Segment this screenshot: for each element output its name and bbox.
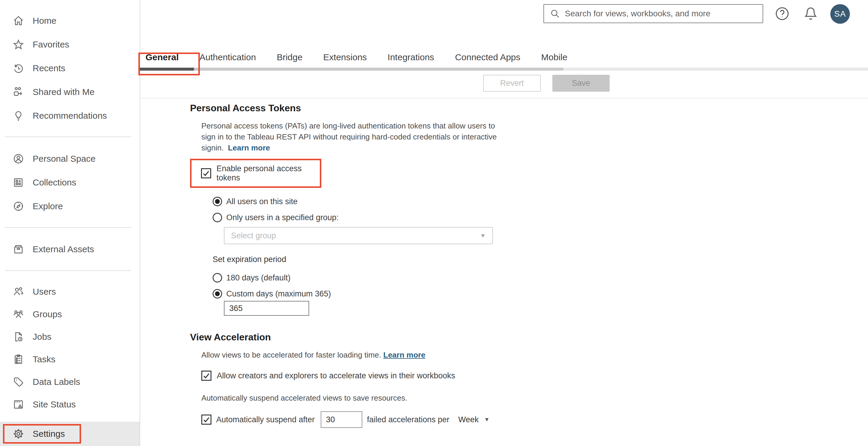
sidebar-item-jobs[interactable]: Jobs — [0, 325, 140, 348]
sidebar-item-label: Jobs — [33, 332, 51, 342]
sidebar-item-settings[interactable]: Settings — [0, 422, 140, 446]
sidebar-item-data-labels[interactable]: Data Labels — [0, 371, 140, 393]
scope-group-label: Only users in a specified group: — [226, 213, 339, 222]
section-title-admin-insights: Admin Insights Update Frequency — [190, 445, 606, 446]
settings-content: Personal Access Tokens Personal access t… — [190, 98, 606, 446]
users-icon — [12, 286, 24, 298]
tableau-settings-page: Home Favorites Recents Shared with Me — [0, 0, 868, 446]
site-status-icon — [12, 399, 24, 410]
sidebar-item-label: Settings — [33, 429, 65, 439]
shared-with-me-icon — [12, 86, 24, 98]
sidebar-item-favorites[interactable]: Favorites — [0, 33, 140, 56]
compass-icon — [12, 200, 24, 212]
scope-all-users-radio[interactable] — [213, 197, 222, 206]
suspend-count-input[interactable] — [321, 411, 362, 428]
groups-icon — [12, 308, 24, 320]
search-input[interactable] — [565, 9, 757, 19]
sidebar-item-users[interactable]: Users — [0, 280, 140, 303]
sidebar-item-home[interactable]: Home — [0, 9, 140, 33]
sidebar-item-external-assets[interactable]: External Assets — [0, 237, 140, 261]
sidebar-item-label: Personal Space — [33, 154, 96, 164]
sidebar-item-label: External Assets — [33, 244, 94, 254]
enable-pat-row: Enable personal access tokens — [201, 164, 317, 182]
scope-group-radio[interactable] — [213, 213, 222, 222]
active-tab-indicator — [140, 68, 194, 71]
expiration-heading: Set expiration period — [213, 255, 606, 264]
allow-acceleration-label: Allow creators and explorers to accelera… — [217, 371, 455, 380]
collections-icon — [12, 177, 24, 188]
suspend-description: Automatically suspend accelerated views … — [202, 392, 555, 404]
enable-pat-label: Enable personal access tokens — [216, 164, 317, 182]
gear-icon — [12, 428, 24, 440]
revert-button[interactable]: Revert — [483, 75, 541, 92]
tab-mobile[interactable]: Mobile — [541, 52, 567, 62]
scope-all-users-label: All users on this site — [226, 197, 298, 206]
sidebar-item-label: Collections — [33, 177, 76, 187]
custom-days-input[interactable] — [224, 301, 309, 316]
expiration-default-row: 180 days (default) — [213, 273, 606, 282]
expiration-custom-radio[interactable] — [213, 289, 222, 299]
sidebar-item-shared-with-me[interactable]: Shared with Me — [0, 80, 140, 104]
va-description-text: Allow views to be accelerated for faster… — [202, 350, 381, 359]
sidebar-divider — [5, 137, 131, 137]
auto-suspend-row: Automatically suspend after failed accel… — [202, 411, 606, 428]
pat-learn-more-link[interactable]: Learn more — [228, 143, 270, 152]
expiration-default-label: 180 days (default) — [226, 273, 290, 282]
sidebar-item-label: Groups — [33, 309, 62, 319]
jobs-icon — [12, 331, 24, 343]
expiration-default-radio[interactable] — [213, 273, 222, 282]
help-button[interactable] — [774, 6, 790, 21]
avatar[interactable]: SA — [830, 4, 850, 24]
chevron-down-icon: ▼ — [480, 232, 486, 239]
sidebar-item-label: Recents — [33, 63, 65, 73]
tab-general[interactable]: General — [146, 52, 179, 62]
auto-suspend-suffix-label: failed accelerations per — [367, 415, 450, 424]
tab-integrations[interactable]: Integrations — [388, 52, 434, 62]
sidebar-item-groups[interactable]: Groups — [0, 303, 140, 325]
scope-group-row: Only users in a specified group: — [213, 213, 606, 222]
settings-tabs: General Authentication Bridge Extensions… — [146, 52, 567, 62]
tab-extensions[interactable]: Extensions — [323, 52, 367, 62]
notifications-bell-button[interactable] — [803, 6, 818, 21]
lightbulb-icon — [12, 110, 24, 122]
enable-pat-checkbox[interactable] — [201, 168, 211, 178]
expiration-custom-label: Custom days (maximum 365) — [226, 289, 331, 299]
sidebar-item-label: Site Status — [33, 400, 76, 410]
save-button[interactable]: Save — [552, 75, 610, 92]
tab-authentication[interactable]: Authentication — [199, 52, 256, 62]
tag-icon — [12, 376, 24, 388]
section-title-personal-access-tokens: Personal Access Tokens — [190, 102, 606, 114]
sidebar-item-recents[interactable]: Recents — [0, 56, 140, 80]
sidebar-item-collections[interactable]: Collections — [0, 171, 140, 194]
sidebar-item-label: Recommendations — [33, 111, 107, 121]
star-icon — [12, 39, 24, 50]
sidebar-item-site-status[interactable]: Site Status — [0, 393, 140, 416]
sidebar-item-label: Tasks — [33, 354, 56, 365]
recents-icon — [12, 62, 24, 74]
tasks-icon — [12, 353, 24, 365]
va-learn-more-link[interactable]: Learn more — [383, 350, 426, 359]
tab-connected-apps[interactable]: Connected Apps — [455, 52, 520, 62]
suspend-period-dropdown[interactable]: Week ▼ — [458, 415, 489, 424]
global-search — [544, 4, 763, 23]
pat-description: Personal access tokens (PATs) are long-l… — [202, 121, 555, 153]
tab-scrollbar-thumb[interactable] — [140, 68, 563, 71]
sidebar-item-label: Favorites — [33, 39, 69, 49]
sidebar-item-label: Explore — [33, 201, 63, 211]
va-description: Allow views to be accelerated for faster… — [202, 349, 555, 361]
group-select-dropdown[interactable]: Select group ▼ — [224, 227, 493, 244]
annotation-box-enable-pat: Enable personal access tokens — [190, 159, 321, 188]
sidebar-item-recommendations[interactable]: Recommendations — [0, 104, 140, 128]
home-icon — [12, 15, 24, 27]
allow-acceleration-row: Allow creators and explorers to accelera… — [202, 371, 606, 381]
sidebar-item-explore[interactable]: Explore — [0, 194, 140, 218]
allow-acceleration-checkbox[interactable] — [202, 371, 211, 381]
auto-suspend-checkbox[interactable] — [202, 415, 211, 425]
external-assets-icon — [12, 243, 24, 255]
sidebar-item-tasks[interactable]: Tasks — [0, 348, 140, 371]
sidebar: Home Favorites Recents Shared with Me — [0, 0, 140, 446]
tab-bridge[interactable]: Bridge — [277, 52, 303, 62]
sidebar-divider — [5, 270, 131, 271]
sidebar-item-label: Data Labels — [33, 377, 80, 387]
sidebar-item-personal-space[interactable]: Personal Space — [0, 147, 140, 171]
